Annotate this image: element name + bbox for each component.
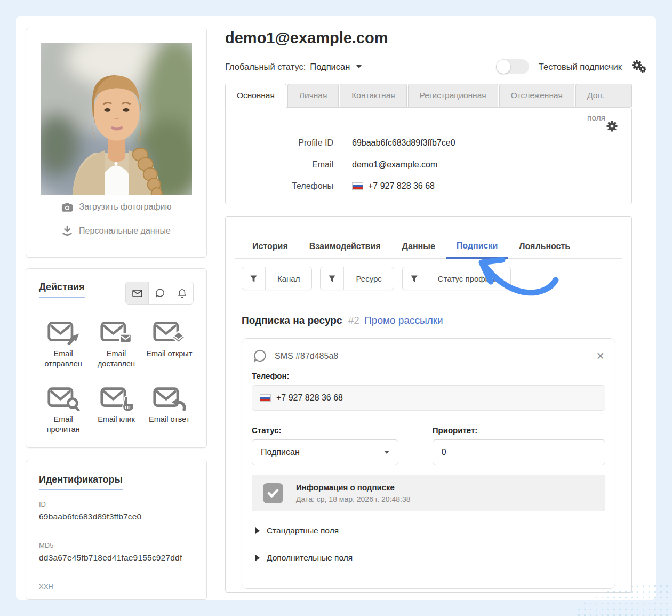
profile-section-tabs: История Взаимодействия Данные Подписки Л… xyxy=(226,217,631,259)
profile-fields-panel: Profile ID 69baab6fc683d89f3ffb7ce0 Emai… xyxy=(225,107,632,204)
envelope-icon xyxy=(132,290,142,297)
email-opened-icon xyxy=(153,321,186,346)
filter-channel[interactable]: Канал xyxy=(242,267,312,290)
funnel-icon xyxy=(410,275,418,283)
email-channel-button[interactable] xyxy=(126,282,148,304)
chevron-down-icon xyxy=(384,451,389,454)
info-date: Дата: ср, 18 мар. 2026 г. 20:48:38 xyxy=(296,495,411,503)
russia-flag-icon xyxy=(352,182,363,190)
global-status-label: Глобальный статус: xyxy=(225,62,306,72)
global-status-value: Подписан xyxy=(310,62,350,72)
page-title: demo1@example.com xyxy=(225,29,632,47)
subscription-info-panel: Информация о подписке Дата: ср, 18 мар. … xyxy=(252,475,605,511)
tab-interactions[interactable]: Взаимодействия xyxy=(299,234,391,259)
subscription-section-title: Подписка на ресурс #2 Промо рассылки xyxy=(242,315,631,326)
field-row-profile-id: Profile ID 69baab6fc683d89f3ffb7ce0 xyxy=(239,132,618,154)
chat-bubble-icon xyxy=(155,289,165,298)
email-delivered-icon xyxy=(100,321,133,346)
tab-subscriptions[interactable]: Подписки xyxy=(446,234,508,259)
personal-data-button[interactable]: Персональные данные xyxy=(26,219,206,243)
email-click-icon xyxy=(100,386,133,411)
action-email-delivered[interactable]: Email доставлен xyxy=(92,321,140,369)
download-icon xyxy=(62,226,73,236)
bell-icon xyxy=(178,289,187,298)
chat-bubble-icon xyxy=(253,349,267,363)
identifiers-title: Идентификаторы xyxy=(39,474,123,490)
tab-personal[interactable]: Личная xyxy=(287,84,339,107)
profile-photo xyxy=(41,43,192,195)
action-email-reply[interactable]: Email ответ xyxy=(145,386,194,435)
chevron-right-icon xyxy=(255,527,260,534)
content-area: Загрузить фотографию Персональные данные… xyxy=(16,16,656,600)
actions-card: Действия xyxy=(26,268,207,448)
filter-resource[interactable]: Ресурс xyxy=(320,267,394,290)
profile-tabs: Основная Личная Контактная Регистрационн… xyxy=(225,84,632,107)
subscriptions-panel: История Взаимодействия Данные Подписки Л… xyxy=(225,216,632,593)
identifier-row-xxh: XXH xyxy=(39,582,194,590)
settings-gears-icon[interactable] xyxy=(631,60,646,73)
action-email-sent[interactable]: Email отправлен xyxy=(39,321,87,369)
test-subscriber-toggle[interactable] xyxy=(496,59,529,74)
subscription-filters: Канал Ресурс Статус профиля xyxy=(242,267,631,290)
camera-icon xyxy=(61,202,73,212)
email-sent-icon xyxy=(47,321,80,346)
global-status-dropdown[interactable]: Глобальный статус: Подписан xyxy=(225,62,362,72)
test-subscriber-label: Тестовый подписчик xyxy=(539,62,622,72)
upload-photo-button[interactable]: Загрузить фотографию xyxy=(26,195,206,219)
action-email-read[interactable]: Email прочитан xyxy=(39,386,87,435)
sms-channel-button[interactable] xyxy=(148,282,171,304)
identifiers-card: Идентификаторы ID 69baab6fc683d89f3ffb7c… xyxy=(26,460,207,600)
sms-subscription-card: SMS #87d485a8 × Телефон: +7 927 828 36 6… xyxy=(242,338,615,589)
personal-data-label: Персональные данные xyxy=(79,226,171,236)
priority-label: Приоритет: xyxy=(433,426,605,435)
sms-card-title: SMS #87d485a8 xyxy=(275,351,338,361)
priority-input[interactable]: 0 xyxy=(433,439,605,465)
check-icon xyxy=(267,489,279,498)
tab-extra-fields[interactable]: Доп. поля xyxy=(575,84,632,107)
tab-main[interactable]: Основная xyxy=(225,84,286,108)
funnel-icon xyxy=(328,275,336,283)
status-label: Статус: xyxy=(252,426,398,435)
identifier-row-id: ID 69baab6fc683d89f3ffb7ce0 xyxy=(39,500,194,522)
actions-title: Действия xyxy=(39,282,85,298)
standard-fields-toggle[interactable]: Стандартные поля xyxy=(255,526,605,535)
email-read-icon xyxy=(47,386,80,411)
close-icon[interactable]: × xyxy=(596,349,604,363)
subscription-info-checkbox[interactable] xyxy=(263,483,283,503)
upload-photo-label: Загрузить фотографию xyxy=(79,202,172,212)
tab-contact[interactable]: Контактная xyxy=(340,84,406,107)
tab-loyalty[interactable]: Лояльность xyxy=(508,234,581,259)
channel-switcher xyxy=(125,282,194,305)
russia-flag-icon xyxy=(260,394,271,402)
push-channel-button[interactable] xyxy=(171,282,193,304)
action-email-opened[interactable]: Email открыт xyxy=(145,321,194,369)
chevron-down-icon xyxy=(356,65,362,68)
filter-profile-status[interactable]: Статус профиля xyxy=(402,267,511,290)
resource-link[interactable]: Промо рассылки xyxy=(364,315,443,326)
photo-card: Загрузить фотографию Персональные данные xyxy=(26,28,207,258)
field-row-email: Email demo1@example.com xyxy=(239,154,618,175)
status-select[interactable]: Подписан xyxy=(252,439,398,465)
action-email-click[interactable]: Email клик xyxy=(92,386,140,435)
identifier-row-md5: MD5 dd3a67e45fb718ed41fae9155c927ddf xyxy=(39,541,194,563)
gear-icon[interactable] xyxy=(606,121,618,132)
info-title: Информация о подписке xyxy=(296,483,411,492)
tab-history[interactable]: История xyxy=(242,234,299,259)
funnel-icon xyxy=(250,275,258,283)
tab-tracked[interactable]: Отслеженная xyxy=(499,84,574,107)
phone-input[interactable]: +7 927 828 36 68 xyxy=(252,385,605,411)
additional-fields-toggle[interactable]: Дополнительные поля xyxy=(255,553,605,563)
chevron-right-icon xyxy=(255,555,260,561)
tab-data[interactable]: Данные xyxy=(391,234,446,259)
field-row-phones: Телефоны +7 927 828 36 68 xyxy=(239,175,618,196)
email-reply-icon xyxy=(153,386,186,411)
tab-registration[interactable]: Регистрационная xyxy=(408,84,498,107)
phone-label: Телефон: xyxy=(252,371,605,380)
